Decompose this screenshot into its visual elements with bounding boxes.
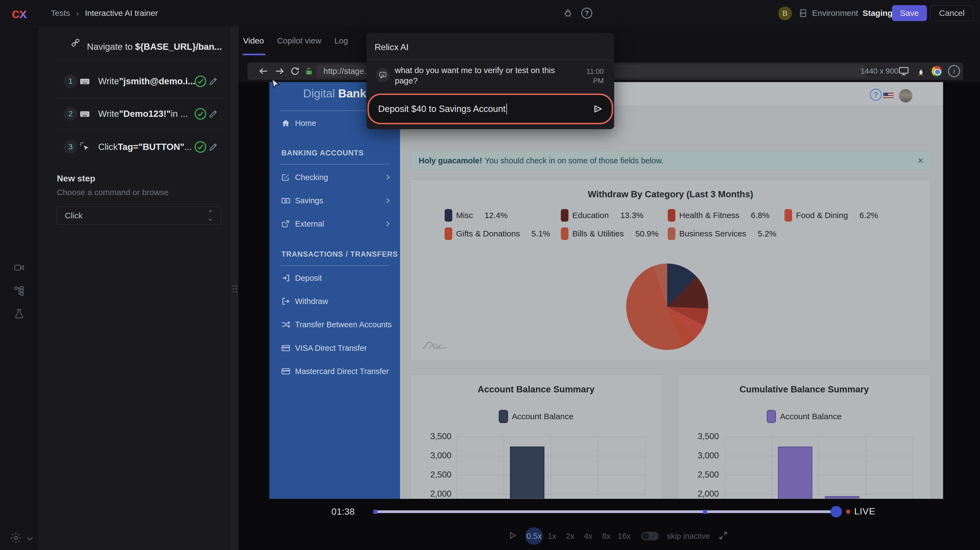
y-axis-tick: 3,000 bbox=[682, 451, 719, 461]
environment-label: Environment bbox=[812, 8, 858, 18]
pie-legend-item[interactable]: Bills & Utilities50.9% bbox=[561, 225, 659, 242]
command-select[interactable]: Click ⌃⌄ bbox=[57, 207, 221, 225]
bank-nav-savings[interactable]: Savings bbox=[269, 192, 400, 209]
ai-message-timestamp: 11:00PM bbox=[587, 67, 604, 85]
bar[interactable] bbox=[510, 446, 544, 499]
account-balance-chart-card: Account Balance Summary Account Balance … bbox=[410, 375, 662, 499]
seek-handle[interactable] bbox=[830, 506, 842, 517]
video-viewport: Digital Bank Home BANKING ACCOUNTSChecki… bbox=[239, 82, 980, 499]
check-circle-icon[interactable] bbox=[194, 75, 207, 89]
edit-pencil-icon[interactable] bbox=[208, 109, 218, 120]
speed-16x[interactable]: 16x bbox=[616, 527, 633, 545]
cancel-button[interactable]: Cancel bbox=[930, 5, 974, 21]
y-axis-tick: 2,000 bbox=[682, 489, 719, 499]
bank-nav-external[interactable]: External bbox=[269, 215, 400, 233]
breadcrumb-tests[interactable]: Tests bbox=[51, 8, 70, 18]
navigate-step[interactable]: Navigate to ${BASE_URL}/ban... bbox=[38, 32, 231, 54]
panel-splitter[interactable] bbox=[231, 26, 239, 550]
ai-input[interactable]: Deposit $40 to Savings Account bbox=[378, 95, 507, 123]
environment-selector[interactable]: Environment Staging bbox=[799, 0, 892, 26]
chevron-right-icon bbox=[383, 196, 392, 205]
cursor-click-icon bbox=[79, 142, 90, 153]
tab-copilot-view[interactable]: Copilot view bbox=[277, 26, 321, 55]
play-icon[interactable] bbox=[508, 531, 517, 541]
tab-log[interactable]: Log bbox=[334, 26, 348, 55]
help-icon[interactable]: ? bbox=[581, 0, 592, 26]
app-root: cx Tests › Interactive AI trainer ? B En… bbox=[0, 0, 980, 550]
skip-inactive-label: skip inactive bbox=[667, 532, 710, 541]
chevron-down-icon[interactable] bbox=[25, 534, 35, 544]
mouse-cursor-icon bbox=[269, 77, 282, 91]
bank-nav-deposit[interactable]: Deposit bbox=[269, 269, 400, 287]
bank-nav-visa-direct-transfer[interactable]: VISA Direct Transfer bbox=[269, 339, 400, 357]
pie-chart bbox=[626, 263, 708, 350]
refresh-icon[interactable] bbox=[290, 62, 300, 80]
chevron-right-icon bbox=[383, 173, 392, 182]
skip-inactive-toggle[interactable] bbox=[641, 532, 659, 540]
speed-1x[interactable]: 1x bbox=[543, 527, 561, 545]
lock-icon bbox=[304, 62, 313, 80]
seek-position-marker[interactable] bbox=[703, 510, 707, 514]
edit-pencil-icon[interactable] bbox=[208, 77, 218, 87]
y-axis-tick: 2,500 bbox=[415, 470, 452, 480]
chrome-browser-icon bbox=[932, 62, 942, 80]
pie-legend-item[interactable]: Education13.3% bbox=[561, 207, 644, 223]
drag-handle-icon bbox=[233, 285, 237, 293]
check-circle-icon[interactable] bbox=[194, 141, 207, 154]
logo-letter-c: c bbox=[12, 5, 19, 21]
fullscreen-icon[interactable] bbox=[718, 531, 728, 542]
pie-legend-item[interactable]: Gifts & Donations5.1% bbox=[445, 225, 550, 242]
bank-nav-checking[interactable]: Checking bbox=[269, 169, 400, 186]
pie-legend-item[interactable]: Health & Fitness6.8% bbox=[668, 207, 770, 223]
environment-value: Staging bbox=[862, 8, 892, 18]
settings-gear-icon[interactable] bbox=[10, 532, 22, 545]
sign-in-icon bbox=[282, 274, 290, 282]
info-icon[interactable]: i bbox=[948, 62, 960, 80]
alert-close-icon[interactable]: × bbox=[918, 151, 923, 170]
bank-user-avatar[interactable] bbox=[899, 89, 912, 103]
speed-0.5x[interactable]: 0.5x bbox=[525, 527, 543, 545]
step-row-3[interactable]: 3Click Tag="BUTTON" ... bbox=[38, 133, 231, 161]
legend-swatch bbox=[561, 227, 568, 240]
seek-bar[interactable] bbox=[373, 510, 837, 513]
seek-start-marker[interactable] bbox=[373, 510, 377, 514]
speed-8x[interactable]: 8x bbox=[597, 527, 615, 545]
bar-chart-legend: Account Balance bbox=[410, 410, 662, 423]
speed-2x[interactable]: 2x bbox=[562, 527, 579, 545]
speed-buttons: 0.5x1x2x4x8x16x bbox=[525, 527, 633, 545]
step-row-1[interactable]: 1Write "jsmith@demo.i... bbox=[38, 68, 231, 95]
pie-legend-item[interactable]: Business Services5.2% bbox=[668, 225, 776, 242]
live-dot-icon bbox=[846, 510, 850, 514]
bar[interactable] bbox=[778, 446, 812, 499]
bank-nav-transfer-between-accounts[interactable]: Transfer Between Accounts bbox=[269, 316, 400, 333]
step-label: Write "Demo123!" in ... bbox=[98, 100, 188, 128]
back-icon[interactable] bbox=[258, 62, 269, 80]
bar[interactable] bbox=[825, 496, 859, 499]
y-axis-tick: 3,000 bbox=[415, 451, 452, 461]
step-row-2[interactable]: 2Write "Demo123!" in ... bbox=[38, 100, 231, 128]
speed-4x[interactable]: 4x bbox=[579, 527, 597, 545]
legend-swatch bbox=[668, 227, 675, 240]
monitor-icon[interactable] bbox=[898, 62, 909, 80]
send-icon[interactable] bbox=[592, 103, 603, 116]
cx-logo-icon[interactable]: cx bbox=[0, 0, 38, 26]
flow-sitemap-icon[interactable] bbox=[14, 285, 25, 297]
user-avatar[interactable]: B bbox=[778, 6, 792, 20]
bank-nav-withdraw[interactable]: Withdraw bbox=[269, 293, 400, 310]
pie-legend-item[interactable]: Misc12.4% bbox=[445, 207, 508, 223]
bank-nav-mastercard-direct-transfer[interactable]: Mastercard Direct Transfer bbox=[269, 363, 400, 380]
video-camera-icon[interactable] bbox=[14, 262, 25, 274]
bug-icon[interactable] bbox=[563, 0, 573, 26]
legend-swatch bbox=[767, 410, 776, 423]
bank-help-icon[interactable]: ? bbox=[870, 89, 882, 101]
tab-video[interactable]: Video bbox=[243, 26, 264, 55]
flask-icon[interactable] bbox=[14, 308, 25, 320]
check-circle-icon[interactable] bbox=[194, 108, 207, 121]
credit-card-icon bbox=[282, 367, 290, 376]
edit-pencil-icon[interactable] bbox=[208, 142, 218, 153]
bar-chart-title: Account Balance Summary bbox=[410, 384, 662, 395]
pie-legend-item[interactable]: Food & Dining6.2% bbox=[784, 207, 878, 223]
keyboard-icon bbox=[79, 108, 90, 120]
us-flag-icon[interactable] bbox=[883, 92, 894, 100]
save-button[interactable]: Save bbox=[892, 5, 927, 21]
